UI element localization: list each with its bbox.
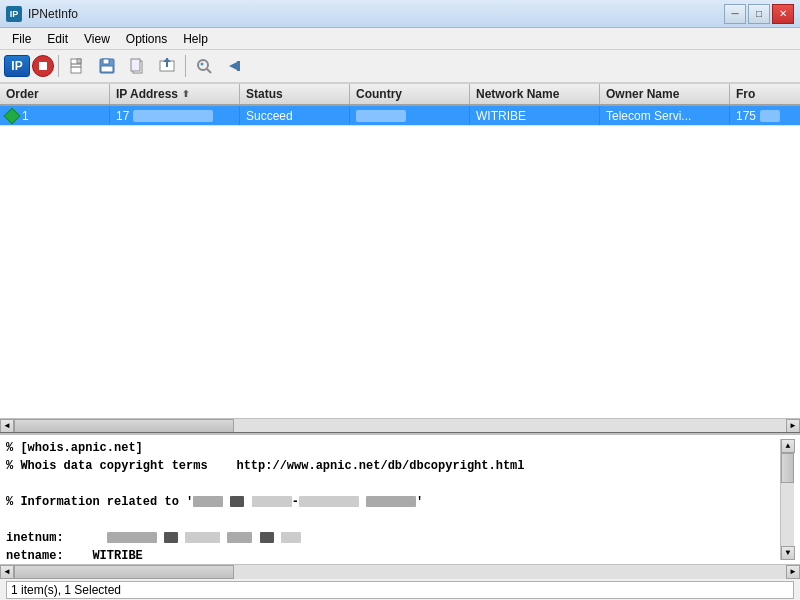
- from-redacted: [760, 110, 780, 122]
- svg-rect-8: [131, 59, 140, 71]
- stop-icon: [39, 62, 47, 70]
- svg-rect-1: [77, 59, 81, 63]
- scroll-thumb[interactable]: [14, 419, 234, 433]
- scroll-right-button[interactable]: ►: [786, 419, 800, 433]
- table-row[interactable]: 1 17 Succeed WITRIBE Telecom Servi: [0, 106, 800, 126]
- output-text-content: % [whois.apnic.net] % Whois data copyrig…: [6, 439, 780, 560]
- cell-ip: 17: [110, 106, 240, 125]
- menu-edit[interactable]: Edit: [39, 30, 76, 48]
- country-redacted: [356, 110, 406, 122]
- status-text: 1 item(s), 1 Selected: [6, 581, 794, 599]
- column-header-from[interactable]: Fro: [730, 84, 800, 104]
- column-header-country[interactable]: Country: [350, 84, 470, 104]
- svg-rect-16: [237, 61, 240, 71]
- menu-view[interactable]: View: [76, 30, 118, 48]
- svg-rect-6: [101, 66, 113, 72]
- output-scroll-left-button[interactable]: ◄: [0, 565, 14, 579]
- app-icon: IP: [6, 6, 22, 22]
- inetnum-redacted-5: [260, 532, 274, 543]
- toolbar-separator-2: [185, 55, 186, 77]
- output-line-7: netname: WITRIBE: [6, 547, 780, 560]
- info-redacted-5: [366, 496, 416, 507]
- column-header-network[interactable]: Network Name: [470, 84, 600, 104]
- menu-bar: File Edit View Options Help: [0, 28, 800, 50]
- minimize-button[interactable]: ─: [724, 4, 746, 24]
- table-horizontal-scrollbar[interactable]: ◄ ►: [0, 418, 800, 432]
- copy-button[interactable]: [123, 53, 151, 79]
- output-scroll-track[interactable]: [14, 565, 786, 579]
- info-redacted-4: [299, 496, 359, 507]
- inetnum-redacted-2: [164, 532, 178, 543]
- sort-icon: ⬆: [182, 89, 190, 99]
- save-button[interactable]: [93, 53, 121, 79]
- menu-options[interactable]: Options: [118, 30, 175, 48]
- new-icon: [68, 57, 86, 75]
- table-area: Order IP Address ⬆ Status Country Networ…: [0, 84, 800, 434]
- inetnum-redacted-4: [227, 532, 252, 543]
- export-icon: [158, 57, 176, 75]
- close-button[interactable]: ✕: [772, 4, 794, 24]
- table-header: Order IP Address ⬆ Status Country Networ…: [0, 84, 800, 106]
- arrow-button[interactable]: [220, 53, 248, 79]
- output-line-6: inetnum:: [6, 529, 780, 547]
- output-line-1: % [whois.apnic.net]: [6, 439, 780, 457]
- cell-network: WITRIBE: [470, 106, 600, 125]
- toolbar-separator-1: [58, 55, 59, 77]
- arrow-icon: [225, 57, 243, 75]
- search-button[interactable]: [190, 53, 218, 79]
- window-title: IPNetInfo: [28, 7, 78, 21]
- cell-country: [350, 106, 470, 125]
- v-scroll-thumb[interactable]: [781, 453, 794, 483]
- info-redacted-1: [193, 496, 223, 507]
- window-controls: ─ □ ✕: [724, 4, 794, 24]
- inetnum-redacted-6: [281, 532, 301, 543]
- save-icon: [98, 57, 116, 75]
- output-line-5: [6, 511, 780, 529]
- maximize-button[interactable]: □: [748, 4, 770, 24]
- title-bar: IP IPNetInfo ─ □ ✕: [0, 0, 800, 28]
- svg-line-13: [207, 69, 211, 73]
- output-line-4: % Information related to ' - ': [6, 493, 780, 511]
- cell-status: Succeed: [240, 106, 350, 125]
- cell-order: 1: [0, 106, 110, 125]
- search-icon: [195, 57, 213, 75]
- copy-icon: [128, 57, 146, 75]
- output-scroll-thumb[interactable]: [14, 565, 234, 579]
- output-vertical-scrollbar[interactable]: ▲ ▼: [780, 439, 794, 560]
- main-content: Order IP Address ⬆ Status Country Networ…: [0, 84, 800, 578]
- output-scroll-right-button[interactable]: ►: [786, 565, 800, 579]
- v-scroll-up-button[interactable]: ▲: [781, 439, 795, 453]
- info-redacted-3: [252, 496, 292, 507]
- table-body: 1 17 Succeed WITRIBE Telecom Servi: [0, 106, 800, 418]
- ip-redacted: [133, 110, 213, 122]
- toolbar: IP: [0, 50, 800, 84]
- output-line-2: % Whois data copyright terms http://www.…: [6, 457, 780, 475]
- svg-rect-5: [103, 59, 109, 64]
- column-header-status[interactable]: Status: [240, 84, 350, 104]
- cell-from: 175: [730, 106, 800, 125]
- output-line-3: [6, 475, 780, 493]
- column-header-order[interactable]: Order: [0, 84, 110, 104]
- status-bar: 1 item(s), 1 Selected: [0, 578, 800, 600]
- menu-file[interactable]: File: [4, 30, 39, 48]
- menu-help[interactable]: Help: [175, 30, 216, 48]
- svg-point-14: [201, 63, 204, 66]
- scroll-track[interactable]: [14, 419, 786, 433]
- inetnum-redacted-3: [185, 532, 220, 543]
- inetnum-redacted-1: [107, 532, 157, 543]
- scroll-left-button[interactable]: ◄: [0, 419, 14, 433]
- stop-button[interactable]: [32, 55, 54, 77]
- column-header-owner[interactable]: Owner Name: [600, 84, 730, 104]
- new-button[interactable]: [63, 53, 91, 79]
- output-area: % [whois.apnic.net] % Whois data copyrig…: [0, 434, 800, 564]
- export-button[interactable]: [153, 53, 181, 79]
- output-horizontal-scrollbar[interactable]: ◄ ►: [0, 564, 800, 578]
- ip-button[interactable]: IP: [4, 55, 30, 77]
- column-header-ip[interactable]: IP Address ⬆: [110, 84, 240, 104]
- v-scroll-down-button[interactable]: ▼: [781, 546, 795, 560]
- cell-owner: Telecom Servi...: [600, 106, 730, 125]
- v-scroll-track[interactable]: [781, 453, 794, 546]
- row-status-icon: [4, 107, 21, 124]
- info-redacted-2: [230, 496, 244, 507]
